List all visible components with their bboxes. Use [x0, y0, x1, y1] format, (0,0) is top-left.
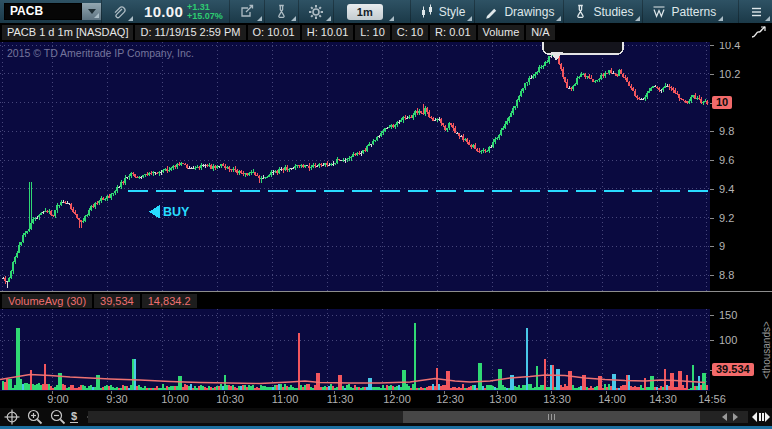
axis-label: 9.4: [719, 182, 734, 196]
link-charts-button[interactable]: [101, 0, 135, 23]
style-menu[interactable]: Style: [410, 0, 475, 23]
symbol-dropdown-button[interactable]: [82, 3, 101, 20]
chart-scrollbar[interactable]: [88, 411, 748, 423]
axis-label: 9: [719, 239, 725, 253]
chart-mode-button[interactable]: [750, 24, 767, 44]
symbol-combobox[interactable]: PACB: [4, 3, 101, 20]
volume-badge: 39.534: [712, 363, 754, 376]
timeframe-button[interactable]: 1m: [333, 0, 396, 23]
axis-tick: [710, 218, 714, 219]
chart-title: PACB 1 d 1m [NASDAQ]: [2, 25, 133, 40]
axis-tick: [710, 315, 714, 316]
studies-menu[interactable]: Studies: [563, 0, 642, 23]
volume-average-value: 14,834.2: [142, 294, 197, 308]
drawings-menu[interactable]: Drawings: [474, 0, 563, 23]
main-chart-plot[interactable]: BUY: [0, 42, 710, 291]
chart-menu-button[interactable]: [738, 0, 772, 23]
price-scale-button[interactable]: $: [70, 410, 78, 423]
time-axis-label: 14:30: [641, 393, 685, 405]
list-menu-icon: [748, 5, 763, 19]
time-axis-label: 12:00: [375, 393, 419, 405]
time-axis-label: 10:00: [153, 393, 197, 405]
price-callout-bubble: [543, 42, 623, 61]
scrollbar-thumb[interactable]: [403, 411, 700, 423]
thumb-grip-icon: [554, 414, 555, 420]
axis-label: 10.2: [719, 67, 740, 81]
buy-order-marker: BUY: [149, 205, 190, 220]
thumb-grip-icon: [548, 414, 549, 420]
thumb-grip-icon: [551, 414, 552, 420]
axis-tick: [710, 246, 714, 247]
last-price-badge: 10: [712, 96, 732, 109]
ohlc-field: H: 10.01: [302, 25, 354, 40]
pencil-icon: [484, 4, 499, 19]
axis-tick: [710, 131, 714, 132]
patterns-menu-label: Patterns: [671, 5, 716, 19]
pattern-w-icon: [652, 5, 666, 19]
axis-label: 100: [719, 333, 737, 347]
time-axis-label: 11:00: [263, 393, 307, 405]
svg-text:BUY: BUY: [163, 205, 190, 219]
price-change-display: +1.31 +15.07%: [187, 3, 223, 21]
volume-plot[interactable]: [0, 309, 710, 391]
axis-label: 9.2: [719, 211, 734, 225]
crosshair-icon: [4, 409, 20, 425]
volume-axis[interactable]: 15010039.534<thousands>: [710, 309, 772, 391]
symbol-input[interactable]: PACB: [4, 3, 82, 20]
line-chart-icon: [750, 24, 767, 40]
ohlc-field: O: 10.01: [248, 25, 300, 40]
time-axis: 9:009:3010:0010:3011:0011:3012:0012:3013…: [0, 391, 772, 408]
ohlc-field: C: 10: [392, 25, 428, 40]
axis-label: 150: [719, 308, 737, 322]
chart-settings-button[interactable]: [298, 0, 333, 23]
time-axis-label: 9:00: [36, 393, 80, 405]
studies-menu-label: Studies: [593, 5, 633, 19]
last-price: 10.00: [144, 3, 183, 20]
axis-label: 8.8: [719, 268, 734, 282]
gear-icon: [308, 4, 324, 20]
axis-tick: [710, 189, 714, 190]
thinkorswim-chart-window: PACB 10.00 +1.31 +15.07% 1m Style: [0, 0, 772, 429]
price-axis[interactable]: 10.410.29.89.69.49.298.810: [710, 42, 772, 291]
drawings-menu-label: Drawings: [504, 5, 554, 19]
scroll-right-button[interactable]: [733, 411, 742, 423]
chevron-down-icon: [88, 9, 96, 18]
volume-study-label[interactable]: VolumeAvg (30): [2, 294, 92, 308]
timeframe-value: 1m: [347, 4, 383, 20]
paperclip-icon: [111, 4, 126, 20]
share-button[interactable]: [229, 0, 264, 23]
time-axis-label: 13:30: [535, 393, 579, 405]
volume-unit-label: <thousands>: [761, 303, 772, 397]
patterns-menu[interactable]: Patterns: [642, 0, 725, 23]
axis-label: 9.6: [719, 153, 734, 167]
zoom-in-icon: [27, 409, 43, 425]
flask-icon: [573, 4, 588, 19]
ohlc-field: D: 11/19/15 2:59 PM: [135, 25, 245, 40]
axis-tick: [710, 45, 714, 46]
style-menu-label: Style: [439, 5, 466, 19]
chart-header-strip: PACB 1 d 1m [NASDAQ] D: 11/19/15 2:59 PM…: [0, 23, 772, 42]
axis-tick: [710, 74, 714, 75]
quick-study-button[interactable]: [264, 0, 298, 23]
time-axis-label: 12:30: [428, 393, 472, 405]
ohlc-field: R: 0.01: [430, 25, 475, 40]
axis-tick: [710, 160, 714, 161]
axis-tick: [710, 340, 714, 341]
scroll-left-button[interactable]: [718, 411, 727, 423]
time-axis-label: 14:56: [690, 393, 734, 405]
skip-arrows-icon: [751, 410, 770, 424]
top-toolbar: PACB 10.00 +1.31 +15.07% 1m Style: [0, 0, 772, 23]
volume-current-value: 39,534: [94, 294, 140, 308]
price-change-percent: +15.07%: [187, 12, 223, 21]
zoom-out-icon: [50, 409, 66, 425]
time-axis-label: 11:30: [318, 393, 362, 405]
candlestick-style-icon: [420, 4, 434, 19]
time-axis-label: 9:30: [95, 393, 139, 405]
volume-study-header: VolumeAvg (30) 39,534 14,834.2: [0, 291, 772, 309]
axis-label: 9.8: [719, 124, 734, 138]
time-axis-label: 14:00: [590, 393, 634, 405]
ohlc-fields: D: 11/19/15 2:59 PMO: 10.01H: 10.01L: 10…: [135, 25, 554, 40]
time-axis-label: 13:00: [481, 393, 525, 405]
copyright-text: 2015 © TD Ameritrade IP Company, Inc.: [7, 47, 194, 59]
flask-icon: [274, 4, 289, 19]
